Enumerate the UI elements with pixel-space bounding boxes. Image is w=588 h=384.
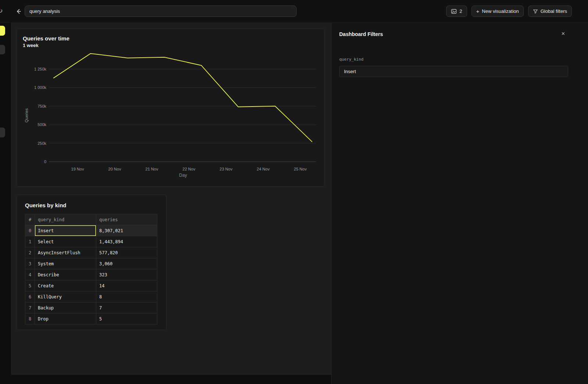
svg-text:23 Nov: 23 Nov [220,167,233,171]
left-rail: ↻ [0,0,11,384]
svg-text:750k: 750k [37,104,46,108]
panel-count-button[interactable]: 2 [446,6,467,17]
row-index-cell[interactable]: 5 [25,280,35,291]
svg-text:19 Nov: 19 Nov [71,167,84,171]
svg-text:1 000k: 1 000k [34,85,47,90]
close-button[interactable]: ✕ [561,31,565,36]
sidebar-item[interactable] [0,128,5,137]
table-row: 7 Backup 7 [25,302,157,313]
query-kind-cell[interactable]: KillQuery [35,291,96,302]
svg-text:24 Nov: 24 Nov [257,167,270,171]
query-kind-cell[interactable]: Backup [35,302,96,313]
queries-cell[interactable]: 3,060 [96,258,157,269]
query-kind-cell[interactable]: Select [35,236,96,247]
queries-by-kind-table: # query_kind queries 0 Insert 8,307,021 … [25,214,157,324]
svg-text:25 Nov: 25 Nov [294,167,307,171]
query-kind-cell[interactable]: AsyncInsertFlush [35,247,96,258]
queries-by-kind-card: Queries by kind # query_kind queries 0 I… [17,195,166,330]
filter-field-label: query_kind [339,57,363,62]
panels-icon [451,8,457,14]
panel-count: 2 [459,8,462,14]
row-index-cell[interactable]: 7 [25,302,35,313]
query-kind-cell[interactable]: Create [35,280,96,291]
svg-text:Queries: Queries [24,108,29,122]
dashboard-title-input[interactable] [25,6,297,17]
col-header-query-kind: query_kind [35,214,96,225]
filters-panel-title: Dashboard Filters [339,31,383,37]
table-title: Queries by kind [25,202,158,209]
row-index-cell[interactable]: 2 [25,247,35,258]
refresh-icon[interactable]: ↻ [0,7,3,14]
svg-text:21 Nov: 21 Nov [146,167,158,171]
sidebar-item[interactable] [0,45,5,54]
table-row: 1 Select 1,443,894 [25,236,157,247]
new-visualization-label: New visualization [482,8,519,14]
svg-text:500k: 500k [37,122,46,127]
table-row: 2 AsyncInsertFlush 577,820 [25,247,157,258]
funnel-icon [533,9,538,14]
arrow-left-icon [15,8,21,14]
chart-subtitle: 1 week [23,42,318,49]
queries-cell[interactable]: 7 [96,302,157,313]
global-filters-button[interactable]: Global filters [528,6,572,17]
row-index-cell[interactable]: 8 [25,313,35,324]
queries-cell[interactable]: 323 [96,269,157,280]
svg-text:20 Nov: 20 Nov [108,167,121,171]
query-kind-cell[interactable]: System [35,258,96,269]
svg-text:1 250k: 1 250k [34,67,47,71]
queries-cell[interactable]: 5 [96,313,157,324]
sidebar-item-active[interactable] [0,26,5,36]
row-index-cell[interactable]: 4 [25,269,35,280]
svg-text:22 Nov: 22 Nov [183,167,196,171]
table-body: 0 Insert 8,307,021 1 Select 1,443,894 2 … [25,225,157,324]
col-header-queries: queries [96,214,157,225]
queries-cell[interactable]: 577,820 [96,247,157,258]
queries-over-time-card: Queries over time 1 week 0250k500k750k1 … [17,29,325,187]
close-icon: ✕ [561,31,565,36]
back-button[interactable] [14,7,23,16]
table-row: 0 Insert 8,307,021 [25,225,157,236]
global-filters-label: Global filters [541,8,567,14]
table-row: 3 System 3,060 [25,258,157,269]
query-kind-cell[interactable]: Describe [35,269,96,280]
new-visualization-button[interactable]: + New visualization [472,6,524,17]
plus-icon: + [476,8,480,14]
table-row: 5 Create 14 [25,280,157,291]
queries-over-time-chart[interactable]: 0250k500k750k1 000k1 250k19 Nov20 Nov21 … [23,49,319,181]
table-header-row: # query_kind queries [25,214,157,225]
table-row: 4 Describe 323 [25,269,157,280]
queries-cell[interactable]: 1,443,894 [96,236,157,247]
dashboard-filters-panel: Dashboard Filters ✕ query_kind Insert [331,23,588,384]
row-index-cell[interactable]: 6 [25,291,35,302]
topbar: 2 + New visualization Global filters [0,0,588,23]
row-index-cell[interactable]: 3 [25,258,35,269]
query-kind-cell[interactable]: Drop [35,313,96,324]
row-index-cell[interactable]: 0 [25,225,35,236]
table-row: 8 Drop 5 [25,313,157,324]
query-kind-cell[interactable]: Insert [35,225,96,236]
topbar-actions: 2 + New visualization Global filters [446,6,572,17]
queries-cell[interactable]: 8,307,021 [96,225,157,236]
row-index-cell[interactable]: 1 [25,236,35,247]
chart-title: Queries over time [23,35,318,42]
col-header-index: # [25,214,35,225]
svg-text:0: 0 [44,159,46,164]
queries-cell[interactable]: 8 [96,291,157,302]
filter-value: Insert [344,69,356,74]
svg-text:Day: Day [179,173,187,178]
query-kind-filter-input[interactable]: Insert [339,66,568,77]
table-row: 6 KillQuery 8 [25,291,157,302]
queries-cell[interactable]: 14 [96,280,157,291]
dashboard-canvas: Queries over time 1 week 0250k500k750k1 … [11,23,331,375]
svg-text:250k: 250k [37,141,46,146]
